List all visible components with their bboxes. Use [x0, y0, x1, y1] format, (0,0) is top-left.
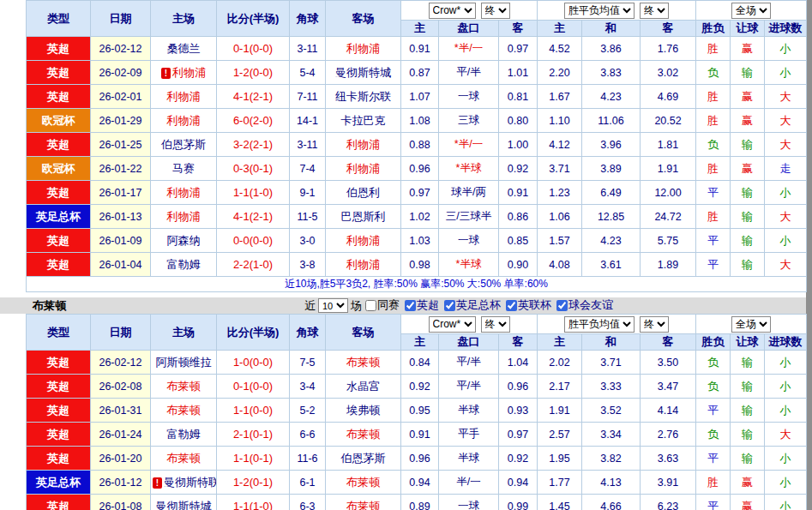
- home-team[interactable]: 利物浦: [151, 205, 217, 229]
- odds-home: 0.89: [401, 495, 439, 510]
- home-team[interactable]: 布莱顿: [151, 447, 217, 471]
- result-goals: 小: [765, 447, 807, 471]
- match-date: 26-01-25: [91, 133, 151, 157]
- match-scope-select[interactable]: 全场: [731, 3, 771, 19]
- away-team[interactable]: 利物浦: [326, 229, 401, 253]
- col-header-type: 类型: [27, 315, 91, 351]
- result-handicap: 赢: [731, 85, 765, 109]
- result-wdl: 负: [696, 351, 731, 375]
- handicap: 平手: [439, 423, 499, 447]
- home-team[interactable]: 桑德兰: [151, 37, 217, 61]
- avg-away-odds: 3.02: [641, 61, 696, 85]
- away-team[interactable]: 埃弗顿: [326, 399, 401, 423]
- home-team[interactable]: 阿森纳: [151, 229, 217, 253]
- home-team[interactable]: 利物浦: [151, 181, 217, 205]
- avg-stage-select[interactable]: 终: [640, 316, 669, 333]
- away-team[interactable]: 利物浦: [326, 133, 401, 157]
- match-row: 英超26-02-01利物浦4-1(2-1)7-11纽卡斯尔联1.07一球0.81…: [27, 85, 807, 109]
- result-wdl: 胜: [696, 471, 731, 495]
- filter-checkbox[interactable]: [506, 300, 517, 311]
- match-scope-select[interactable]: 全场: [731, 316, 771, 333]
- home-team[interactable]: 布莱顿: [151, 399, 217, 423]
- avg-home-odds: 4.12: [538, 133, 582, 157]
- match-row: 欧冠杯26-01-29利物浦6-0(2-0)14-1卡拉巴克1.08三球0.80…: [27, 109, 807, 133]
- away-team[interactable]: 利物浦: [326, 157, 401, 181]
- odds-away: 0.90: [499, 253, 538, 277]
- away-team[interactable]: 纽卡斯尔联: [326, 85, 401, 109]
- away-team[interactable]: 布莱顿: [326, 471, 401, 495]
- wdl-average-select[interactable]: 胜平负均值: [564, 3, 635, 19]
- away-team[interactable]: 利物浦: [326, 37, 401, 61]
- odds-group-header: Crow* 终: [401, 315, 538, 334]
- odds-away: 0.92: [499, 447, 538, 471]
- away-team[interactable]: 布莱顿: [326, 423, 401, 447]
- result-goals: 大: [765, 253, 807, 277]
- result-goals: 小: [765, 351, 807, 375]
- bookmaker-select[interactable]: Crow*: [429, 3, 476, 19]
- avg-home-odds: 4.52: [538, 37, 582, 61]
- team-name: 利物浦: [167, 90, 201, 103]
- league-type: 英超: [27, 375, 91, 399]
- avg-away-odds: 1.81: [641, 133, 696, 157]
- odds-stage-select[interactable]: 终: [481, 316, 510, 333]
- away-team[interactable]: 布莱顿: [326, 495, 401, 510]
- home-team[interactable]: 伯恩茅斯: [151, 133, 217, 157]
- filter-label: 英足总杯: [456, 297, 501, 313]
- home-team[interactable]: 阿斯顿维拉: [151, 351, 217, 375]
- away-team[interactable]: 曼彻斯特城: [326, 61, 401, 85]
- away-team[interactable]: 巴恩斯利: [326, 205, 401, 229]
- away-team[interactable]: 伯恩利: [326, 181, 401, 205]
- home-team[interactable]: 富勒姆: [151, 423, 217, 447]
- filter-checkbox[interactable]: [365, 300, 376, 311]
- filter-checkbox[interactable]: [556, 300, 568, 311]
- odds-stage-select[interactable]: 终: [481, 3, 510, 19]
- result-goals: 大: [765, 133, 807, 157]
- avg-draw-odds: 3.52: [582, 399, 641, 423]
- corners: 9-1: [290, 181, 326, 205]
- match-count-select[interactable]: 10: [318, 298, 348, 313]
- score: 2-2(1-0): [217, 253, 290, 277]
- match-date: 26-02-08: [91, 375, 151, 399]
- odds-away: 0.93: [499, 399, 538, 423]
- col-header-odds-away: 客: [499, 21, 538, 37]
- away-team[interactable]: 布莱顿: [326, 351, 401, 375]
- team-name: 布莱顿: [346, 428, 380, 441]
- corners: 11-5: [290, 205, 326, 229]
- match-date: 26-01-04: [91, 253, 151, 277]
- home-team[interactable]: 曼彻斯特城: [151, 495, 217, 510]
- filter-checkbox[interactable]: [405, 300, 416, 311]
- home-team[interactable]: 布莱顿: [151, 375, 217, 399]
- avg-stage-select[interactable]: 终: [640, 3, 669, 19]
- home-team[interactable]: !曼彻斯特联: [151, 471, 217, 495]
- score: 1-0(0-0): [217, 351, 290, 375]
- away-team[interactable]: 水晶宫: [326, 375, 401, 399]
- away-team[interactable]: 利物浦: [326, 253, 401, 277]
- filter-label: 球会友谊: [568, 297, 613, 313]
- filter-checkbox[interactable]: [444, 300, 455, 311]
- home-team[interactable]: 马赛: [151, 157, 217, 181]
- home-team[interactable]: 利物浦: [151, 85, 217, 109]
- home-team[interactable]: 利物浦: [151, 109, 217, 133]
- away-team[interactable]: 伯恩茅斯: [326, 447, 401, 471]
- team-name: 富勒姆: [167, 428, 201, 441]
- odds-home: 0.91: [401, 37, 439, 61]
- match-row: 英超26-01-31布莱顿1-1(0-0)5-2埃弗顿0.95半球0.931.9…: [27, 399, 807, 423]
- filter-英联杯: 英联杯: [502, 297, 551, 313]
- avg-draw-odds: 4.66: [582, 495, 641, 510]
- odds-away: 0.80: [499, 109, 538, 133]
- team-name: 布莱顿: [346, 500, 380, 510]
- filter-同赛: 同赛: [362, 297, 400, 313]
- home-team[interactable]: !利物浦: [151, 61, 217, 85]
- away-team[interactable]: 卡拉巴克: [326, 109, 401, 133]
- team-name: 利物浦: [346, 258, 380, 271]
- avg-group-header: 胜平负均值 终: [538, 315, 696, 334]
- col-header-result-wdl: 胜负: [696, 334, 731, 351]
- corners: 6-6: [290, 423, 326, 447]
- league-type: 英超: [27, 423, 91, 447]
- home-team[interactable]: 富勒姆: [151, 253, 217, 277]
- bookmaker-select[interactable]: Crow*: [429, 316, 476, 333]
- wdl-average-select[interactable]: 胜平负均值: [564, 316, 635, 333]
- team-name: 布莱顿: [346, 476, 380, 489]
- match-date: 26-02-09: [91, 61, 151, 85]
- col-header-type: 类型: [27, 1, 91, 37]
